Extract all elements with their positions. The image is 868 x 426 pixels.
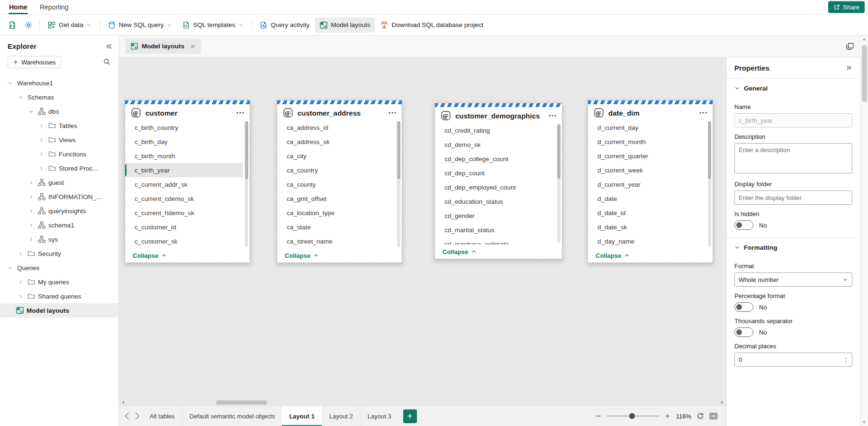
is-hidden-toggle[interactable] [734, 220, 753, 230]
field-row[interactable]: ca_state [277, 220, 395, 234]
close-icon[interactable] [190, 44, 196, 49]
tree-item-queries[interactable]: Queries [0, 261, 118, 275]
chevron-right-icon[interactable] [27, 194, 35, 199]
tree-item-sys[interactable]: sys [0, 232, 118, 246]
fit-to-screen-icon[interactable] [709, 412, 718, 420]
field-row[interactable]: ca_address_id [277, 120, 395, 135]
card-scrollbar[interactable] [245, 121, 248, 247]
field-row[interactable]: d_current_week [588, 163, 706, 177]
table-menu-button[interactable] [388, 108, 397, 118]
field-row[interactable]: cd_dep_count [435, 166, 555, 180]
tree-item-functions[interactable]: Functions [0, 147, 118, 161]
percentage-format-toggle[interactable] [734, 302, 753, 312]
tree-item-stored-procedures[interactable]: Stored Proc... [0, 161, 118, 175]
tree-item-views[interactable]: Views [0, 133, 118, 147]
description-input[interactable] [734, 143, 852, 173]
tree-item-security[interactable]: Security [0, 246, 118, 261]
tree-item-shared-queries[interactable]: Shared queries [0, 289, 118, 303]
table-card-customer-address[interactable]: customer_address ca_address_id ca_addres… [277, 100, 402, 263]
chevron-right-icon[interactable] [16, 251, 25, 256]
settings-button[interactable] [21, 18, 36, 33]
tab-layout-1[interactable]: Layout 1 [282, 406, 321, 426]
model-layouts-button[interactable]: Model layouts [315, 18, 375, 33]
field-row[interactable]: ca_location_type [277, 206, 395, 220]
table-menu-button[interactable] [548, 111, 557, 120]
section-formatting[interactable]: Formatting [734, 238, 852, 257]
warehouses-button[interactable]: Warehouses [8, 56, 61, 68]
field-row[interactable]: c_birth_country [125, 120, 243, 135]
vertical-scrollbar-thumb[interactable] [862, 45, 867, 102]
field-row[interactable]: d_current_quarter [588, 149, 706, 163]
chevron-down-icon[interactable] [6, 265, 14, 271]
field-row[interactable]: c_birth_day [125, 135, 243, 149]
card-scrollbar[interactable] [708, 121, 711, 247]
tree-item-guest[interactable]: guest [0, 175, 118, 190]
table-menu-button[interactable] [235, 108, 245, 118]
chevron-right-icon[interactable] [27, 223, 35, 228]
table-card-customer-demographics[interactable]: customer_demographics cd_credit_rating c… [434, 103, 562, 259]
chevron-down-icon[interactable] [6, 81, 14, 86]
collapse-explorer-button[interactable] [105, 43, 113, 50]
section-general[interactable]: General [734, 79, 852, 98]
field-row[interactable]: cd_dep_college_count [435, 152, 555, 166]
card-scrollbar[interactable] [557, 124, 561, 243]
name-input[interactable] [734, 113, 852, 127]
tree-item-my-queries[interactable]: My queries [0, 275, 118, 289]
card-scrollbar-thumb[interactable] [397, 121, 400, 179]
field-row[interactable]: cd_purchase_estimate [435, 237, 555, 245]
chevron-right-icon[interactable] [16, 280, 25, 285]
ribbon-tab-home[interactable]: Home [3, 0, 34, 14]
field-row[interactable]: cd_education_status [435, 194, 555, 208]
card-scrollbar-thumb[interactable] [557, 124, 561, 179]
tab-layout-2[interactable]: Layout 2 [322, 406, 360, 426]
doc-tab-model-layouts[interactable]: Model layouts [126, 38, 201, 54]
scroll-left-arrow[interactable] [120, 399, 126, 405]
new-item-button[interactable] [5, 18, 20, 33]
chevron-right-icon[interactable] [16, 294, 25, 299]
format-select[interactable]: Whole number [734, 272, 852, 287]
tree-item-model-layouts[interactable]: Model layouts [0, 303, 118, 317]
field-row[interactable]: d_date_id [588, 206, 706, 220]
chevron-right-icon[interactable] [37, 152, 45, 157]
zoom-slider[interactable] [607, 413, 659, 419]
table-card-date-dim[interactable]: date_dim d_current_day d_current_month d… [588, 100, 713, 263]
multitasking-icon[interactable] [846, 42, 854, 51]
add-layout-button[interactable] [403, 409, 417, 423]
collapse-button[interactable]: Collapse [277, 248, 402, 263]
field-row[interactable]: d_current_month [588, 135, 706, 149]
tree-item-tables[interactable]: Tables [0, 118, 118, 133]
field-row-selected[interactable]: c_birth_year [125, 163, 243, 177]
chevron-right-icon[interactable] [37, 137, 45, 143]
collapse-button[interactable]: Collapse [435, 245, 562, 259]
chevron-right-icon[interactable] [27, 237, 35, 242]
horizontal-scrollbar-thumb[interactable] [216, 400, 267, 405]
field-row[interactable]: c_current_hdemo_sk [125, 206, 243, 220]
zoom-in-button[interactable] [664, 413, 671, 419]
ribbon-tab-reporting[interactable]: Reporting [34, 0, 75, 14]
scroll-down-arrow[interactable] [861, 419, 867, 425]
table-menu-button[interactable] [698, 108, 708, 118]
query-activity-button[interactable]: Query activity [255, 18, 314, 33]
get-data-button[interactable]: Get data [43, 18, 96, 33]
tree-item-dbo[interactable]: dbo [0, 104, 118, 118]
zoom-out-button[interactable] [595, 413, 602, 419]
tab-layout-3[interactable]: Layout 3 [360, 406, 398, 426]
tree-item-queryinsights[interactable]: queryinsights [0, 204, 118, 218]
vertical-scrollbar[interactable] [860, 36, 868, 426]
field-row[interactable]: ca_street_name [277, 234, 395, 248]
field-row[interactable]: ca_gmt_offset [277, 191, 395, 206]
model-canvas[interactable]: customer c_birth_country c_birth_day c_b… [119, 57, 726, 406]
scroll-up-arrow[interactable] [861, 36, 867, 42]
refresh-icon[interactable] [696, 412, 704, 420]
field-row[interactable]: d_date [588, 191, 706, 206]
field-row[interactable]: c_customer_id [125, 220, 243, 234]
field-row[interactable]: cd_credit_rating [435, 123, 555, 137]
tree-item-schema1[interactable]: schema1 [0, 218, 118, 232]
tab-default-semantic-model-objects[interactable]: Default semantic model objects [182, 406, 282, 426]
chevron-right-icon[interactable] [37, 123, 45, 128]
tree-item-information-schema[interactable]: INFORMATION_... [0, 190, 118, 204]
new-sql-query-button[interactable]: New SQL query [103, 18, 177, 33]
field-row[interactable]: ca_address_sk [277, 135, 395, 149]
sql-templates-button[interactable]: SQL templates [178, 18, 248, 33]
card-scrollbar-thumb[interactable] [708, 121, 711, 179]
